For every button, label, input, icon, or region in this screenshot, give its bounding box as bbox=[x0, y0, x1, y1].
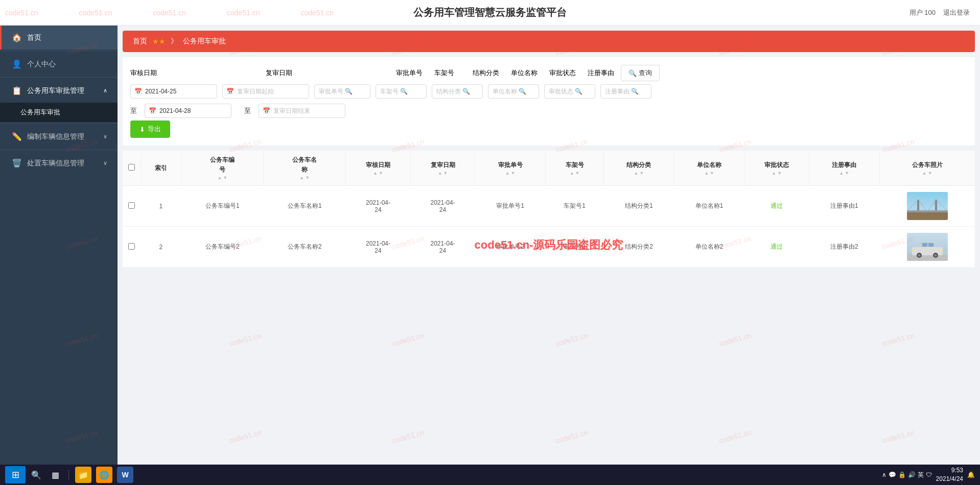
dispose-arrow-icon: ∨ bbox=[103, 160, 107, 166]
row-checkbox-1[interactable] bbox=[128, 202, 135, 209]
calendar-icon-2: 📅 bbox=[226, 88, 234, 95]
col-reg-reason[interactable]: 注册事由 ▲▼ bbox=[809, 151, 879, 186]
audit-date-end-wrap: 📅 bbox=[145, 104, 231, 118]
svg-rect-18 bbox=[942, 249, 943, 251]
select-all-checkbox[interactable] bbox=[128, 164, 135, 171]
query-button[interactable]: 🔍 查询 bbox=[621, 65, 660, 81]
search-icon: 🔍 bbox=[628, 69, 637, 77]
approval-num-input[interactable] bbox=[314, 84, 370, 99]
edit-arrow-icon: ∨ bbox=[103, 133, 107, 140]
sidebar-item-edit[interactable]: ✏️ 编制车辆信息管理 ∨ bbox=[0, 125, 118, 149]
car-photo-1 bbox=[907, 192, 948, 220]
cell-car-name-1: 公务车名称1 bbox=[264, 186, 346, 227]
to-label-1: 至 bbox=[130, 106, 137, 115]
tray-icon-4: 🛡 bbox=[926, 471, 932, 478]
sidebar-item-home[interactable]: 🏠 首页 bbox=[0, 26, 118, 50]
col-structure[interactable]: 结构分类 ▲▼ bbox=[604, 151, 674, 186]
search-taskbar-icon[interactable]: 🔍 bbox=[28, 467, 44, 483]
unit-name-label: 单位名称 bbox=[511, 68, 539, 78]
row-checkbox-2[interactable] bbox=[128, 243, 135, 250]
cell-photo-1 bbox=[879, 186, 975, 227]
sidebar-item-approval-parent[interactable]: 📋 公务用车审批管理 ∧ bbox=[0, 79, 118, 103]
calendar-icon-4: 📅 bbox=[263, 107, 270, 114]
taskbar: ⊞ 🔍 ▦ 📁 🌐 W ∧ 💬 🔒 🔊 英 🛡 9:53 2021/4/24 🔔 bbox=[0, 465, 980, 485]
audit-date-start-wrap: 📅 bbox=[130, 84, 217, 99]
edit-icon: ✏️ bbox=[12, 132, 22, 141]
col-audit-status[interactable]: 审批状态 ▲▼ bbox=[744, 151, 809, 186]
breadcrumb-home: 首页 bbox=[133, 37, 147, 46]
cell-car-num-1: 公务车编号1 bbox=[181, 186, 264, 227]
audit-status-input[interactable] bbox=[544, 84, 595, 99]
browser-app-icon[interactable]: 🌐 bbox=[96, 467, 112, 483]
review-date-end-input[interactable] bbox=[259, 104, 345, 118]
reg-reason-input[interactable] bbox=[600, 84, 651, 99]
cell-audit-date-1: 2021-04-24 bbox=[346, 186, 411, 227]
main-layout: 🏠 首页 👤 个人中心 📋 公务用车审批管理 ∧ 公务用车审批 ✏️ 编制车辆信… bbox=[0, 26, 980, 465]
cell-car-name-2: 公务车名称2 bbox=[264, 227, 346, 268]
content-area: code51.cn-源码乐园盗图必究 首页 ★★ 》 公务用车审批 审核日期 复… bbox=[118, 26, 980, 465]
col-car-num[interactable]: 公务车编 号 ▲▼ bbox=[181, 151, 264, 186]
unit-name-input[interactable] bbox=[488, 84, 539, 99]
svg-rect-11 bbox=[912, 247, 943, 255]
cell-index-2: 2 bbox=[141, 227, 181, 268]
calendar-icon: 📅 bbox=[134, 88, 142, 95]
word-app-icon[interactable]: W bbox=[117, 467, 133, 483]
col-approval-num[interactable]: 审批单号 ▲▼ bbox=[475, 151, 546, 186]
approval-icon: 📋 bbox=[12, 86, 22, 95]
frame-num-label: 车架号 bbox=[434, 68, 462, 78]
svg-rect-13 bbox=[928, 243, 934, 247]
cell-structure-1: 结构分类1 bbox=[604, 186, 674, 227]
sidebar-item-approval-label: 公务用车审批管理 bbox=[27, 86, 84, 95]
tray-icon-2: 🔒 bbox=[898, 471, 906, 478]
table-row: 1 公务车编号1 公务车名称1 2021-04-24 2021-04-24 审批… bbox=[123, 186, 975, 227]
breadcrumb-separator: 》 bbox=[171, 37, 178, 46]
clock-date: 2021/4/24 bbox=[936, 475, 963, 483]
taskbar-clock[interactable]: 9:53 2021/4/24 bbox=[936, 466, 963, 483]
col-photo[interactable]: 公务车照片 ▲▼ bbox=[879, 151, 975, 186]
col-index: 索引 bbox=[141, 151, 181, 186]
frame-num-input[interactable] bbox=[376, 84, 427, 99]
cell-audit-status-1: 通过 bbox=[744, 186, 809, 227]
logout-button[interactable]: 退出登录 bbox=[943, 8, 970, 17]
tray-icon-1: 💬 bbox=[889, 471, 896, 478]
audit-date-end-input[interactable] bbox=[145, 104, 231, 118]
sidebar-sub-item-approval[interactable]: 公务用车审批 bbox=[0, 103, 118, 122]
cell-frame-num-1: 车架号1 bbox=[545, 186, 603, 227]
notification-icon[interactable]: 🔔 bbox=[967, 471, 975, 478]
calendar-icon-3: 📅 bbox=[149, 107, 156, 114]
col-car-name[interactable]: 公务车名 称 ▲▼ bbox=[264, 151, 346, 186]
start-button[interactable]: ⊞ bbox=[5, 466, 26, 483]
sidebar-item-personal[interactable]: 👤 个人中心 bbox=[0, 52, 118, 76]
home-icon: 🏠 bbox=[12, 33, 22, 42]
cell-audit-date-2: 2021-04-24 bbox=[346, 227, 411, 268]
col-review-date[interactable]: 复审日期 ▲▼ bbox=[410, 151, 475, 186]
cell-review-date-1: 2021-04-24 bbox=[410, 186, 475, 227]
review-date-start-wrap: 📅 bbox=[222, 84, 309, 99]
export-label: 导出 bbox=[148, 125, 161, 134]
tray-chevron[interactable]: ∧ bbox=[882, 471, 886, 478]
audit-status-label: 审批状态 bbox=[549, 68, 577, 78]
lang-icon[interactable]: 英 bbox=[918, 471, 924, 479]
breadcrumb: 首页 ★★ 》 公务用车审批 bbox=[123, 31, 975, 52]
col-audit-date[interactable]: 审核日期 ▲▼ bbox=[346, 151, 411, 186]
structure-input[interactable] bbox=[432, 84, 483, 99]
col-frame-num[interactable]: 车架号 ▲▼ bbox=[545, 151, 603, 186]
car-photo-2 bbox=[907, 233, 948, 261]
review-date-start-input[interactable] bbox=[222, 84, 309, 99]
files-app-icon[interactable]: 📁 bbox=[75, 467, 91, 483]
col-checkbox[interactable] bbox=[123, 151, 141, 186]
sidebar-item-dispose[interactable]: 🗑️ 处置车辆信息管理 ∨ bbox=[0, 151, 118, 175]
audit-date-start-input[interactable] bbox=[130, 84, 217, 99]
taskbar-right: ∧ 💬 🔒 🔊 英 🛡 9:53 2021/4/24 🔔 bbox=[882, 466, 975, 483]
cell-unit-name-1: 单位名称1 bbox=[674, 186, 744, 227]
tray-icons: ∧ 💬 🔒 🔊 英 🛡 bbox=[882, 471, 932, 479]
col-unit-name[interactable]: 单位名称 ▲▼ bbox=[674, 151, 744, 186]
export-button[interactable]: ⬇ 导出 bbox=[130, 120, 170, 138]
table-section: 索引 公务车编 号 ▲▼ 公务车名 bbox=[123, 151, 975, 268]
sidebar-item-edit-label: 编制车辆信息管理 bbox=[27, 132, 84, 141]
task-view-icon[interactable]: ▦ bbox=[47, 467, 63, 483]
cell-unit-name-2: 单位名称2 bbox=[674, 227, 744, 268]
data-table: 索引 公务车编 号 ▲▼ 公务车名 bbox=[123, 151, 975, 268]
cell-index-1: 1 bbox=[141, 186, 181, 227]
svg-rect-12 bbox=[922, 243, 927, 247]
